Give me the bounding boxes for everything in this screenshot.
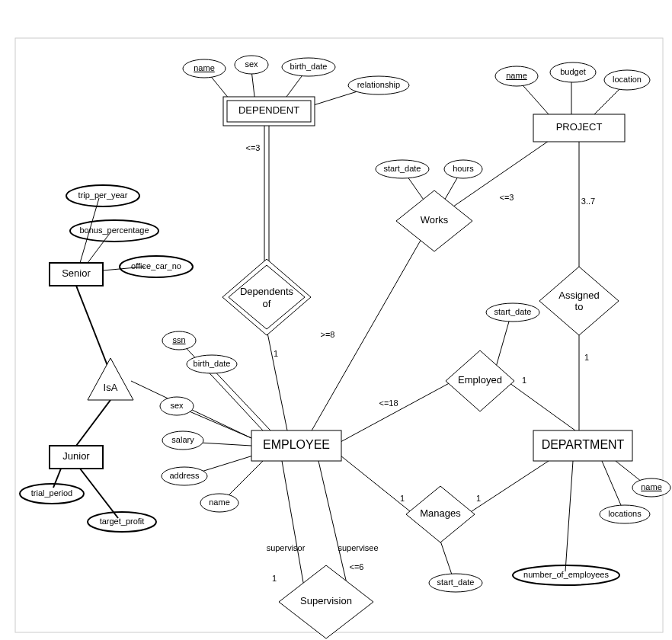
attr-works-start-date-label: start_date: [384, 164, 421, 173]
attr-junior-target-label: target_profit: [100, 517, 145, 526]
entity-junior: Junior: [50, 446, 103, 469]
entity-dependent-label: DEPENDENT: [238, 104, 299, 116]
attr-emp-birth-date-label: birth_date: [194, 359, 231, 368]
label-supervisor: supervisor: [267, 543, 306, 552]
attr-proj-name: name: [495, 66, 538, 86]
attr-dept-name-label: name: [641, 482, 662, 491]
attr-proj-budget-label: budget: [560, 67, 586, 76]
attr-emp-name: name: [200, 494, 238, 512]
label-supervisee: supervisee: [338, 543, 378, 552]
attr-dept-locations: locations: [600, 505, 650, 523]
entity-department-label: DEPARTMENT: [542, 438, 625, 451]
attr-emp-name-label: name: [209, 498, 230, 507]
attr-dep-relationship: relationship: [348, 76, 409, 94]
attr-emp-sex: sex: [160, 397, 194, 415]
entity-employee: EMPLOYEE: [251, 430, 341, 461]
er-diagram: DEPENDENT PROJECT Senior Junior EMPLOYEE…: [0, 0, 672, 640]
attr-dep-birth-date: birth_date: [282, 58, 335, 76]
rel-assigned-to-label-1: Assigned: [558, 290, 599, 301]
attr-proj-location: location: [604, 70, 650, 90]
attr-senior-bonus-label: bonus_percentage: [79, 226, 149, 235]
rel-dependents-of-label-2: of: [263, 298, 271, 309]
entity-project-label: PROJECT: [556, 121, 603, 133]
attr-dept-locations-label: locations: [608, 509, 642, 518]
entity-dependent: DEPENDENT: [223, 97, 315, 126]
attr-emp-sex-label: sex: [170, 401, 184, 410]
rel-employed-label: Employed: [458, 374, 502, 386]
attr-dep-sex-label: sex: [245, 59, 258, 69]
label-one-assignto: 1: [584, 353, 589, 362]
attr-senior-car-label: office_car_no: [131, 261, 181, 270]
attr-emp-address-label: address: [169, 471, 200, 480]
attr-manages-start: start_date: [429, 574, 482, 592]
attr-dep-name: name: [183, 59, 226, 78]
rel-isa-label: IsA: [104, 382, 118, 393]
entity-project: PROJECT: [533, 114, 625, 142]
attr-works-hours-label: hours: [453, 164, 474, 173]
attr-works-start-date: start_date: [376, 160, 429, 178]
attr-dep-name-label: name: [194, 63, 215, 72]
entity-employee-label: EMPLOYEE: [263, 438, 330, 451]
entity-department: DEPARTMENT: [533, 430, 632, 461]
entity-senior-label: Senior: [62, 267, 91, 279]
attr-junior-trial-label: trial_period: [31, 488, 72, 498]
rel-assigned-to-label-2: to: [575, 301, 584, 312]
attr-works-hours: hours: [444, 160, 482, 178]
label-one-sup: 1: [272, 574, 277, 583]
attr-employed-start-label: start_date: [494, 307, 532, 316]
label-one-depof: 1: [274, 349, 278, 358]
rel-manages-label: Manages: [420, 507, 461, 519]
attr-dept-num-emp-label: number_of_employees: [523, 570, 609, 579]
attr-emp-address: address: [162, 467, 207, 485]
label-le6: <=6: [350, 562, 364, 571]
attr-manages-start-label: start_date: [437, 578, 475, 587]
rel-dependents-of-label-1: Dependents: [240, 286, 294, 297]
attr-emp-birth-date: birth_date: [187, 355, 237, 373]
attr-dep-relationship-label: relationship: [357, 80, 400, 89]
attr-dep-sex: sex: [235, 56, 268, 74]
attr-emp-salary-label: salary: [171, 435, 194, 444]
attr-proj-location-label: location: [613, 75, 642, 84]
rel-supervision-label: Supervision: [300, 595, 352, 606]
label-one-manages-l: 1: [400, 494, 405, 503]
attr-emp-ssn-label: ssn: [172, 335, 185, 344]
attr-employed-start: start_date: [486, 303, 539, 322]
attr-senior-trip-label: trip_per_year: [78, 190, 128, 200]
label-proj-37: 3..7: [581, 197, 595, 206]
label-ge8: >=8: [321, 330, 335, 339]
rel-works-label: Works: [421, 214, 449, 226]
label-works-le3: <=3: [500, 193, 514, 202]
label-one-employed: 1: [522, 376, 526, 385]
attr-proj-budget: budget: [550, 62, 596, 82]
label-one-manages-r: 1: [476, 494, 481, 503]
label-dep-le3: <=3: [246, 143, 261, 152]
attr-dept-name: name: [632, 478, 670, 497]
entity-junior-label: Junior: [62, 450, 90, 462]
attr-dep-birth-date-label: birth_date: [290, 62, 328, 71]
entity-senior: Senior: [50, 263, 103, 286]
attr-emp-ssn: ssn: [162, 331, 196, 350]
attr-emp-salary: salary: [162, 431, 203, 450]
attr-proj-name-label: name: [506, 71, 527, 80]
label-le18: <=18: [379, 398, 398, 408]
